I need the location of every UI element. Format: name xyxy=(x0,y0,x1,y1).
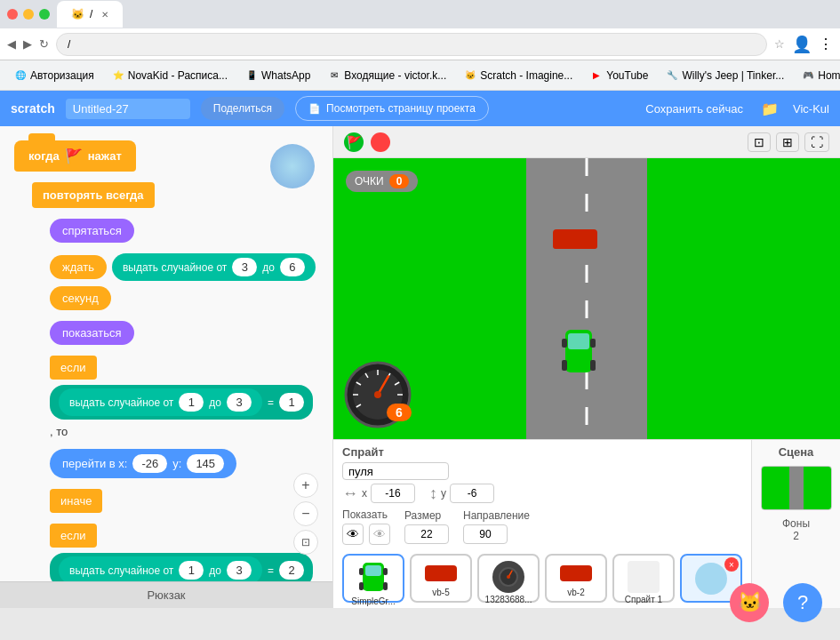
bookmark-willy-icon: 🔧 xyxy=(666,69,678,82)
bookmark-gmail-label: Входящие - victor.k... xyxy=(344,69,446,82)
maximize-btn[interactable] xyxy=(39,9,50,20)
zoom-in-btn[interactable]: + xyxy=(293,473,318,498)
stop-btn[interactable] xyxy=(371,132,390,152)
small-stage-btn[interactable]: ⊡ xyxy=(748,132,771,152)
val-eq2[interactable]: 2 xyxy=(279,561,304,580)
svg-rect-24 xyxy=(383,582,388,590)
sprite-card-vb2[interactable]: vb-2 xyxy=(545,554,607,603)
val-neg26[interactable]: -26 xyxy=(132,454,167,473)
eq-block-1: выдать случайное от 1 до 3 = 1 xyxy=(50,385,313,420)
browser-tab[interactable]: 🐱 / ✕ xyxy=(57,1,123,28)
bookmark-willy[interactable]: 🔧 Willy's Jeep | Tinker... xyxy=(659,66,791,85)
road-center-line xyxy=(585,158,588,439)
show-label: Показать xyxy=(342,508,390,521)
random-label: выдать случайное от xyxy=(123,261,227,274)
random-block: выдать случайное от 3 до 6 xyxy=(112,253,316,281)
show-btn[interactable]: 👁 xyxy=(342,524,364,545)
sprite-thumbnails: SimpleGr... vb-5 xyxy=(333,548,751,608)
sprite-card-num[interactable]: 13283688... xyxy=(477,554,540,603)
bookmark-whatsapp[interactable]: 📱 WhatsApp xyxy=(238,66,317,85)
scratch-header: scratch Поделиться 📄 Посмотреть страницу… xyxy=(0,91,840,126)
sprite-name-input[interactable] xyxy=(342,462,449,480)
bookmark-youtube-icon: ▶ xyxy=(590,69,603,82)
scene-panel: Сцена Фоны 2 xyxy=(751,440,840,608)
seconds-label: секунд xyxy=(62,292,99,305)
size-input[interactable] xyxy=(404,524,449,544)
zoom-controls: + − ⊡ xyxy=(293,473,318,555)
goto-label: перейти в x: xyxy=(62,457,127,470)
svg-rect-20 xyxy=(365,565,381,576)
seconds-label-block: секунд xyxy=(50,286,111,310)
tab-close-btn[interactable]: ✕ xyxy=(101,10,108,20)
flag-play-icon: 🚩 xyxy=(347,135,362,149)
scratch-logo: scratch xyxy=(11,101,55,116)
x-label: x xyxy=(362,487,367,500)
x-arrow-icon: ↔ xyxy=(342,484,358,503)
sprite-delete-btn[interactable]: × xyxy=(724,557,739,572)
backgrounds-count: 2 xyxy=(752,530,840,542)
cat-button[interactable]: 🐱 xyxy=(730,583,769,622)
address-input[interactable] xyxy=(56,33,767,56)
help-button[interactable]: ? xyxy=(783,583,822,622)
sprite-card-simplegr[interactable]: SimpleGr... xyxy=(342,554,404,603)
score-badge: ОЧКИ 0 xyxy=(346,171,418,192)
close-btn[interactable] xyxy=(7,9,18,20)
forever-label: повторять всегда xyxy=(43,188,144,202)
star-btn[interactable]: ☆ xyxy=(774,37,785,51)
code-blocks: когда 🚩 нажат повторять всегда спрятатьс… xyxy=(14,140,318,608)
y-arrow-icon: ↕ xyxy=(429,484,437,503)
y-input[interactable] xyxy=(450,484,494,503)
x-input[interactable] xyxy=(371,484,415,503)
forward-btn[interactable]: ▶ xyxy=(23,37,32,51)
to2-label: до xyxy=(209,396,221,409)
game-canvas: ОЧКИ 0 xyxy=(333,158,840,439)
val-1c[interactable]: 1 xyxy=(179,561,204,580)
backpack-bar[interactable]: Рюкзак xyxy=(0,581,332,608)
zoom-out-btn[interactable]: − xyxy=(293,501,318,526)
sprite-img-vb5 xyxy=(421,561,460,586)
hat-block: когда 🚩 нажат xyxy=(14,140,136,172)
val-3c[interactable]: 3 xyxy=(227,561,252,580)
green-flag-btn[interactable]: 🚩 xyxy=(344,132,364,152)
save-label[interactable]: Сохранить сейчас xyxy=(645,102,743,116)
code-area: когда 🚩 нажат повторять всегда спрятатьс… xyxy=(0,126,333,608)
view-label: Посмотреть страницу проекта xyxy=(326,102,476,115)
bookmark-nova[interactable]: ⭐ NovaKid - Расписа... xyxy=(105,66,235,85)
hide-vis-btn[interactable]: 👁 xyxy=(369,524,390,545)
menu-btn[interactable]: ⋮ xyxy=(819,36,833,52)
val-1b[interactable]: 1 xyxy=(179,393,204,412)
speed-badge: 6 xyxy=(387,404,412,421)
fullscreen-btn[interactable]: ⛶ xyxy=(804,132,829,152)
svg-rect-22 xyxy=(383,568,388,575)
reload-btn[interactable]: ↻ xyxy=(39,37,49,51)
val-eq1[interactable]: 1 xyxy=(279,393,304,412)
val-145[interactable]: 145 xyxy=(187,454,224,473)
random-1-3-c: выдать случайное от 1 до 3 xyxy=(59,556,262,584)
back-btn[interactable]: ◀ xyxy=(7,37,16,51)
bookmark-scratch[interactable]: 🐱 Scratch - Imagine... xyxy=(457,66,580,85)
pressed-label: нажат xyxy=(88,149,122,163)
bookmark-roblox[interactable]: 🎮 Home - Roblox xyxy=(795,66,840,85)
bookmark-gmail[interactable]: ✉ Входящие - victor.k... xyxy=(321,66,453,85)
val-3[interactable]: 3 xyxy=(232,258,257,276)
scene-thumbnail[interactable] xyxy=(761,466,832,510)
minimize-btn[interactable] xyxy=(23,9,34,20)
sprite-card-sprite1[interactable]: Спрайт 1 xyxy=(612,554,675,603)
direction-input[interactable] xyxy=(463,524,508,544)
bookmark-roblox-icon: 🎮 xyxy=(802,69,814,82)
share-button[interactable]: Поделиться xyxy=(201,97,284,120)
view-project-button[interactable]: 📄 Посмотреть страницу проекта xyxy=(295,96,489,121)
bookmark-youtube[interactable]: ▶ YouTube xyxy=(583,66,655,85)
val-6[interactable]: 6 xyxy=(280,258,305,276)
project-title-input[interactable] xyxy=(66,99,190,119)
big-stage-btn[interactable]: ⊞ xyxy=(776,132,799,152)
direction-group: Направление xyxy=(463,509,530,544)
user-avatar[interactable]: 👤 xyxy=(792,35,812,54)
random3-label: выдать случайное от xyxy=(69,564,173,577)
folder-icon[interactable]: 📁 xyxy=(761,100,779,117)
y-label: y xyxy=(441,487,446,500)
val-3b[interactable]: 3 xyxy=(227,393,252,412)
bookmark-avt[interactable]: 🌐 Авторизация xyxy=(7,66,101,85)
zoom-fit-btn[interactable]: ⊡ xyxy=(293,530,318,555)
sprite-card-vb5[interactable]: vb-5 xyxy=(410,554,472,603)
